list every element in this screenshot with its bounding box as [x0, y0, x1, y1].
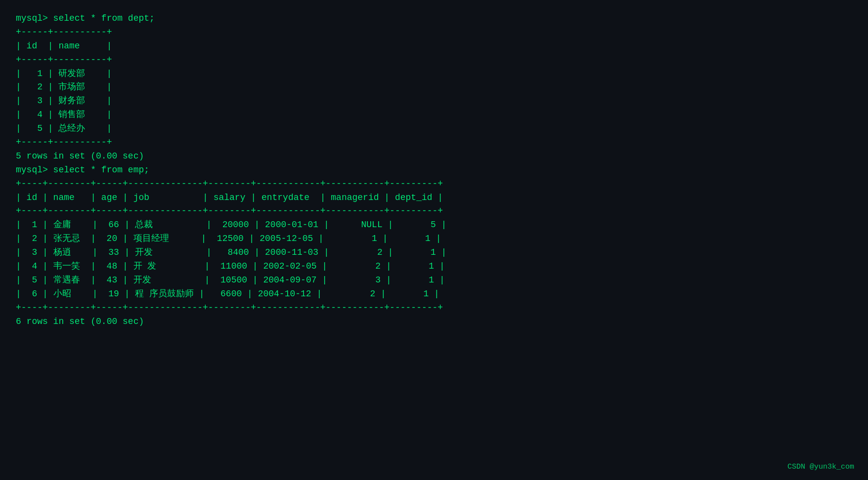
terminal-line: | 1 | 研发部 | [16, 67, 852, 81]
terminal-line: +----+--------+-----+--------------+----… [16, 204, 852, 218]
terminal-output: mysql> select * from dept;+-----+-------… [16, 12, 852, 328]
terminal-line: +-----+----------+ [16, 26, 852, 40]
terminal-line: | 2 | 张无忌 | 20 | 项目经理 | 12500 | 2005-12-… [16, 232, 852, 246]
terminal-line: mysql> select * from dept; [16, 12, 852, 26]
terminal-line: | 3 | 杨逍 | 33 | 开发 | 8400 | 2000-11-03 |… [16, 246, 852, 260]
terminal-line: | 3 | 财务部 | [16, 94, 852, 108]
terminal-line: | 6 | 小昭 | 19 | 程 序员鼓励师 | 6600 | 2004-10… [16, 287, 852, 301]
terminal-line: 6 rows in set (0.00 sec) [16, 315, 852, 329]
terminal-line: | id | name | [16, 40, 852, 53]
terminal-line: mysql> select * from emp; [16, 163, 852, 177]
watermark: CSDN @yun3k_com [787, 463, 854, 471]
terminal-line: | 5 | 总经办 | [16, 122, 852, 136]
terminal-line: +----+--------+-----+--------------+----… [16, 301, 852, 315]
terminal-line: | 1 | 金庸 | 66 | 总裁 | 20000 | 2000-01-01 … [16, 218, 852, 232]
terminal-line: | 2 | 市场部 | [16, 80, 852, 94]
terminal-line: +-----+----------+ [16, 136, 852, 150]
terminal-line: | 4 | 销售部 | [16, 108, 852, 122]
terminal-line: +----+--------+-----+--------------+----… [16, 177, 852, 191]
terminal-line: +-----+----------+ [16, 53, 852, 67]
terminal-line: | id | name | age | job | salary | entry… [16, 191, 852, 205]
terminal-line: | 4 | 韦一笑 | 48 | 开 发 | 11000 | 2002-02-0… [16, 260, 852, 274]
terminal-line: | 5 | 常遇春 | 43 | 开发 | 10500 | 2004-09-07… [16, 274, 852, 287]
terminal-line: 5 rows in set (0.00 sec) [16, 150, 852, 163]
